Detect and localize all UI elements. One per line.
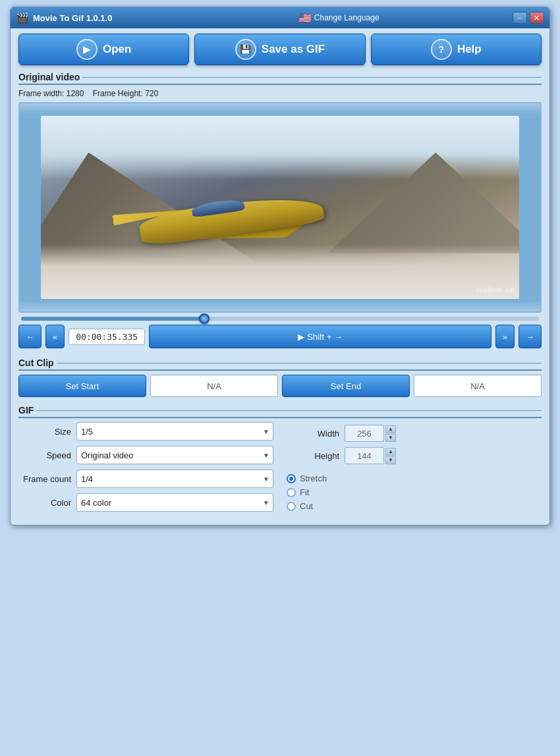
speed-label: Speed	[18, 450, 71, 460]
ff-icon: »	[503, 332, 507, 342]
set-start-button[interactable]: Set Start	[18, 375, 146, 397]
color-select[interactable]: 64 color 128 color 256 color	[76, 493, 273, 512]
height-spinbox-btns: ▲ ▼	[385, 448, 396, 464]
flag-icon: 🇺🇸	[298, 12, 312, 24]
width-spinbox-btns: ▲ ▼	[385, 425, 396, 442]
gif-section-header: GIF	[18, 405, 542, 418]
frame-count-row: Frame count 1/4 1/3 1/2 Full ▼	[18, 470, 273, 488]
play-shift-icon: ▶	[298, 332, 304, 342]
save-icon: 💾	[235, 39, 256, 60]
color-label: Color	[18, 498, 71, 508]
stretch-radio[interactable]: Stretch	[287, 473, 542, 483]
app-window: 🎬 Movie To Gif 1.0.1.0 🇺🇸 Change Languag…	[10, 7, 550, 526]
cut-clip-header: Cut Clip	[18, 358, 542, 371]
fast-forward-button[interactable]: »	[495, 325, 515, 348]
size-select-wrap: 1/5 1/4 1/3 1/2 Full ▼	[76, 422, 273, 441]
frame-height-value: 720	[145, 89, 158, 98]
width-decrement-button[interactable]: ▼	[385, 434, 396, 442]
jet-aircraft	[113, 178, 376, 248]
frame-count-select[interactable]: 1/4 1/3 1/2 Full	[76, 470, 273, 488]
size-select[interactable]: 1/5 1/4 1/3 1/2 Full	[76, 422, 273, 441]
color-row: Color 64 color 128 color 256 color ▼	[18, 493, 273, 512]
window-controls: − ✕	[513, 12, 544, 24]
frame-count-select-wrap: 1/4 1/3 1/2 Full ▼	[76, 470, 273, 488]
scene-background: realtime .uk	[41, 116, 520, 299]
video-scene: realtime .uk	[41, 116, 520, 299]
cut-radio-dot	[287, 502, 296, 511]
save-gif-button[interactable]: 💾 Save as GIF	[194, 34, 365, 65]
play-shift-button[interactable]: ▶ Shift + →	[149, 325, 491, 348]
height-row: Height ▲ ▼	[287, 447, 542, 464]
title-bar: 🎬 Movie To Gif 1.0.1.0 🇺🇸 Change Languag…	[11, 7, 549, 28]
original-video-header: Original video	[18, 72, 542, 85]
video-preview: realtime .uk	[18, 102, 542, 313]
stretch-radio-dot	[287, 474, 296, 483]
fit-radio-dot	[287, 488, 296, 497]
size-row: Size 1/5 1/4 1/3 1/2 Full ▼	[18, 422, 273, 441]
seek-bar-container	[18, 313, 542, 325]
change-language-button[interactable]: 🇺🇸 Change Language	[298, 12, 379, 24]
window-title: Movie To Gif 1.0.1.0	[33, 13, 112, 23]
frame-count-label: Frame count	[18, 474, 71, 484]
frame-width-label: Frame width:	[18, 89, 64, 98]
app-icon: 🎬	[16, 12, 29, 24]
seek-bar[interactable]	[21, 317, 539, 321]
stretch-label: Stretch	[300, 473, 327, 483]
height-decrement-button[interactable]: ▼	[385, 456, 396, 464]
fit-radio[interactable]: Fit	[287, 487, 542, 497]
width-spinbox: ▲ ▼	[345, 425, 396, 442]
aspect-ratio-group: Stretch Fit Cut	[287, 470, 542, 515]
size-label: Size	[18, 427, 71, 437]
rewind-icon: «	[53, 332, 57, 342]
gif-layout: Size 1/5 1/4 1/3 1/2 Full ▼	[18, 422, 542, 517]
video-info: Frame width: 1280 Frame Height: 720	[18, 89, 542, 98]
set-end-button[interactable]: Set End	[282, 375, 410, 397]
width-increment-button[interactable]: ▲	[385, 425, 396, 433]
end-value-display: N/A	[414, 375, 542, 397]
height-spinbox: ▲ ▼	[345, 447, 396, 464]
help-button[interactable]: ? Help	[371, 34, 542, 65]
lang-label: Change Language	[314, 13, 379, 22]
rewind-button[interactable]: «	[45, 325, 65, 348]
start-value-display: N/A	[150, 375, 278, 397]
playback-controls: ← « 00:00:35.335 ▶ Shift + → » →	[18, 325, 542, 348]
main-content: ▶ Open 💾 Save as GIF ? Help Original vid…	[11, 28, 549, 525]
speed-select[interactable]: Original video 2x 0.5x	[76, 446, 273, 464]
set-start-label: Set Start	[66, 381, 99, 391]
gif-section-label: GIF	[18, 405, 34, 416]
open-button[interactable]: ▶ Open	[18, 34, 189, 65]
save-label: Save as GIF	[262, 43, 325, 56]
next-frame-button[interactable]: →	[518, 325, 542, 348]
gif-left-col: Size 1/5 1/4 1/3 1/2 Full ▼	[18, 422, 273, 517]
width-label: Width	[287, 429, 339, 439]
cut-radio[interactable]: Cut	[287, 501, 542, 511]
help-label: Help	[457, 43, 482, 56]
height-input[interactable]	[345, 447, 384, 464]
timecode-display: 00:00:35.335	[69, 329, 145, 345]
next-icon: →	[526, 332, 534, 342]
gif-settings: Size 1/5 1/4 1/3 1/2 Full ▼	[18, 422, 542, 517]
prev-icon: ←	[26, 332, 34, 342]
height-increment-button[interactable]: ▲	[385, 448, 396, 456]
height-label: Height	[287, 451, 339, 461]
color-select-wrap: 64 color 128 color 256 color ▼	[76, 493, 273, 512]
scene-snow-ground	[41, 244, 520, 299]
gif-right-col: Width ▲ ▼ Height	[287, 422, 542, 517]
help-icon: ?	[431, 39, 452, 60]
speed-row: Speed Original video 2x 0.5x ▼	[18, 446, 273, 464]
cut-clip-controls: Set Start N/A Set End N/A	[18, 375, 542, 397]
width-input[interactable]	[345, 425, 384, 442]
minimize-button[interactable]: −	[513, 12, 527, 24]
close-button[interactable]: ✕	[530, 12, 544, 24]
cut-clip-label: Cut Clip	[18, 358, 54, 368]
fit-label: Fit	[300, 487, 309, 497]
original-video-label: Original video	[18, 72, 80, 82]
title-bar-left: 🎬 Movie To Gif 1.0.1.0	[16, 12, 112, 24]
set-end-label: Set End	[331, 381, 361, 391]
prev-frame-button[interactable]: ←	[18, 325, 42, 348]
open-label: Open	[103, 43, 131, 56]
cut-label: Cut	[300, 501, 313, 511]
play-icon: ▶	[76, 39, 98, 60]
frame-width-value: 1280	[67, 89, 84, 98]
watermark: realtime .uk	[477, 286, 515, 294]
